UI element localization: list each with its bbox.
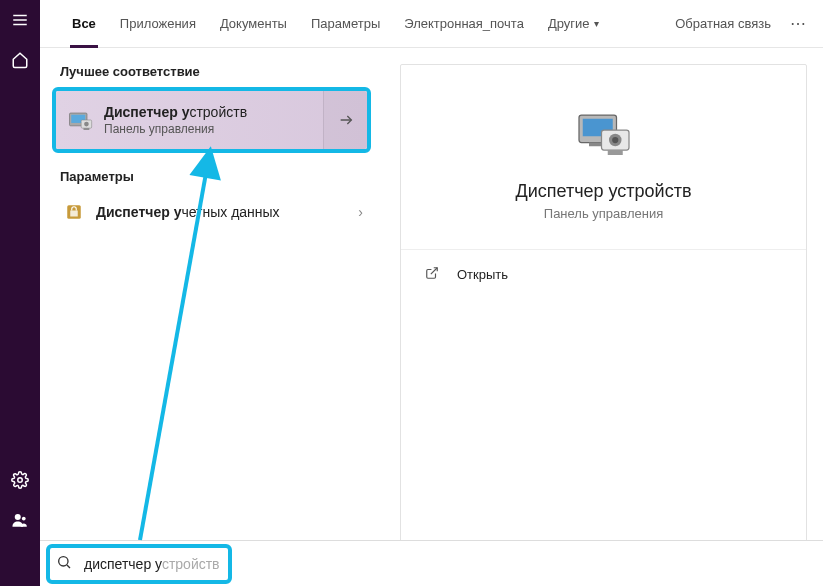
svg-rect-13 bbox=[70, 211, 78, 217]
svg-point-9 bbox=[84, 122, 89, 127]
result-title: Диспетчер учетных данных bbox=[96, 204, 358, 220]
search-input[interactable]: диспетчер устройств bbox=[84, 556, 807, 572]
best-match-subtitle: Панель управления bbox=[104, 122, 323, 136]
svg-rect-20 bbox=[607, 150, 622, 155]
svg-point-4 bbox=[15, 514, 21, 520]
expand-arrow-button[interactable] bbox=[323, 91, 367, 149]
detail-subtitle: Панель управления bbox=[544, 206, 663, 221]
home-button[interactable] bbox=[0, 40, 40, 80]
device-manager-icon bbox=[56, 91, 104, 149]
settings-button[interactable] bbox=[0, 460, 40, 500]
tab-documents[interactable]: Документы bbox=[208, 0, 299, 48]
tab-settings[interactable]: Параметры bbox=[299, 0, 392, 48]
chevron-right-icon: › bbox=[358, 204, 363, 220]
svg-point-19 bbox=[612, 137, 618, 143]
svg-line-21 bbox=[431, 268, 437, 274]
search-icon bbox=[56, 554, 72, 573]
best-match-title: Диспетчер устройств bbox=[104, 104, 323, 120]
open-external-icon bbox=[425, 266, 445, 283]
detail-card: Диспетчер устройств Панель управления От… bbox=[400, 64, 807, 564]
tab-all[interactable]: Все bbox=[60, 0, 108, 48]
svg-line-23 bbox=[67, 565, 70, 568]
results-column: Лучшее соответствие Диспетчер устройств … bbox=[40, 48, 384, 586]
search-bar[interactable]: диспетчер устройств bbox=[40, 540, 823, 586]
open-label: Открыть bbox=[457, 267, 508, 282]
tab-other[interactable]: Другие▾ bbox=[536, 0, 611, 48]
open-action[interactable]: Открыть bbox=[401, 250, 806, 299]
chevron-down-icon: ▾ bbox=[594, 18, 599, 29]
settings-section-header: Параметры bbox=[40, 153, 383, 192]
svg-point-22 bbox=[59, 557, 68, 566]
best-match-result[interactable]: Диспетчер устройств Панель управления bbox=[52, 87, 371, 153]
svg-rect-10 bbox=[84, 128, 90, 130]
more-options-button[interactable]: ⋯ bbox=[783, 14, 815, 33]
svg-point-5 bbox=[22, 517, 26, 521]
detail-column: Диспетчер устройств Панель управления От… bbox=[384, 48, 823, 586]
content-area: Лучшее соответствие Диспетчер устройств … bbox=[40, 48, 823, 586]
main-panel: Все Приложения Документы Параметры Элект… bbox=[40, 0, 823, 586]
result-credential-manager[interactable]: Диспетчер учетных данных › bbox=[40, 192, 383, 232]
account-button[interactable] bbox=[0, 500, 40, 540]
detail-title: Диспетчер устройств bbox=[516, 181, 692, 202]
device-manager-large-icon bbox=[574, 105, 634, 165]
tab-email[interactable]: Электронная_почта bbox=[392, 0, 536, 48]
tab-apps[interactable]: Приложения bbox=[108, 0, 208, 48]
svg-point-3 bbox=[18, 478, 23, 483]
feedback-link[interactable]: Обратная связь bbox=[663, 16, 783, 31]
best-match-header: Лучшее соответствие bbox=[40, 48, 383, 87]
hamburger-menu-button[interactable] bbox=[0, 0, 40, 40]
credential-manager-icon bbox=[60, 202, 88, 222]
sidebar bbox=[0, 0, 40, 586]
search-filter-tabs: Все Приложения Документы Параметры Элект… bbox=[40, 0, 823, 48]
